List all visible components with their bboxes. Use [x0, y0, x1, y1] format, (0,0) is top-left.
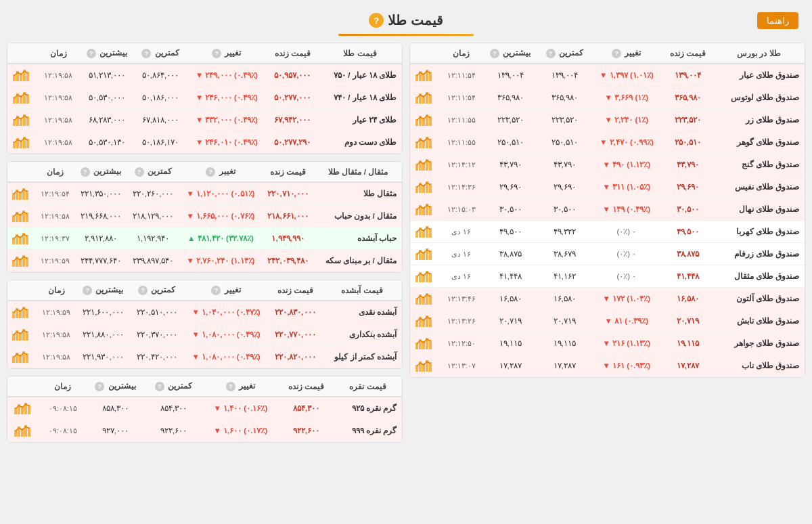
col-silver-change-qicon[interactable]: ? — [226, 382, 235, 391]
chart-icon[interactable] — [415, 179, 434, 193]
table-row: صندوق طلای تابش۲۰,۷۱۹▼ ۸۱ (۰.۳۹٪)۲۰,۷۱۹۲… — [410, 310, 805, 332]
row-chart-icon[interactable] — [410, 221, 441, 243]
svg-rect-134 — [28, 427, 30, 437]
row-chart-icon[interactable] — [410, 154, 441, 176]
question-icon[interactable]: ? — [369, 13, 384, 28]
chart-icon[interactable] — [12, 327, 31, 341]
row-time: ۱۲:۱۹:۵۸ — [38, 131, 79, 154]
row-chart-icon[interactable] — [7, 87, 38, 109]
row-chart-icon[interactable] — [7, 420, 40, 442]
chart-icon[interactable] — [415, 90, 434, 104]
row-max: ۳۶۵,۹۸۰ — [482, 87, 539, 109]
chart-icon[interactable] — [12, 209, 31, 222]
chart-icon[interactable] — [14, 401, 33, 414]
chart-icon[interactable] — [415, 358, 434, 372]
row-chart-icon[interactable] — [410, 176, 441, 198]
svg-rect-104 — [26, 235, 28, 244]
header: راهنما قیمت طلا ? — [7, 7, 805, 31]
row-chart-icon[interactable] — [7, 324, 37, 346]
col-gold-min-qicon[interactable]: ? — [141, 49, 151, 58]
row-chart-icon[interactable] — [7, 301, 37, 324]
svg-rect-79 — [26, 94, 29, 104]
row-chart-icon[interactable] — [410, 310, 441, 332]
row-chart-icon[interactable] — [7, 250, 36, 272]
chart-icon[interactable] — [415, 224, 434, 238]
row-chart-icon[interactable] — [7, 182, 36, 205]
row-min: ۹۲۲,۶۰۰ — [145, 420, 202, 442]
row-time: ۱۶ دی — [441, 221, 482, 243]
row-chart-icon[interactable] — [410, 64, 441, 87]
col-abshodeh-time: زمان — [37, 280, 76, 301]
col-borse-min-qicon[interactable]: ? — [546, 49, 556, 58]
col-abshodeh-min-qicon[interactable]: ? — [138, 286, 148, 295]
col-mithqal-change-qicon[interactable]: ? — [206, 167, 215, 177]
row-chart-icon[interactable] — [410, 87, 441, 109]
chart-icon[interactable] — [415, 246, 434, 260]
row-change: ▲ ۴۸۱,۴۲۰ (۳۲.۷۸٪) — [179, 227, 262, 250]
chart-icon[interactable] — [13, 135, 32, 148]
row-chart-icon[interactable] — [7, 131, 38, 154]
row-time: ۱۲:۱۹:۵۴ — [36, 182, 74, 205]
row-chart-icon[interactable] — [7, 227, 36, 250]
row-change: ▼ ۲۴۶,۰۰۰ (۰.۴۹٪) — [186, 87, 267, 109]
row-chart-icon[interactable] — [410, 332, 441, 355]
table-row: آبشده کمتر از کیلو۲۲۰,۸۲۰,۰۰۰▼ ۱,۰۸۰,۰۰۰… — [7, 346, 402, 368]
row-chart-icon[interactable] — [410, 288, 441, 310]
chart-icon[interactable] — [12, 305, 31, 318]
col-gold-change-qicon[interactable]: ? — [212, 49, 221, 58]
table-row: صندوق طلای گوهر۲۵۰,۵۱۰▼ ۲,۴۷۰ (۰.۹۹٪)۲۵۰… — [410, 131, 805, 154]
chart-icon[interactable] — [415, 112, 434, 126]
chart-icon[interactable] — [12, 186, 31, 200]
row-chart-icon[interactable] — [410, 265, 441, 288]
col-gold-max-qicon[interactable]: ? — [87, 49, 96, 58]
chart-icon[interactable] — [415, 157, 434, 171]
row-chart-icon[interactable] — [410, 243, 441, 265]
row-min: ۵۰,۱۸۶,۰۰۰ — [135, 87, 186, 109]
svg-rect-64 — [429, 340, 432, 349]
row-max: ۹۲۷,۰۰۰ — [85, 420, 145, 442]
row-chart-icon[interactable] — [7, 109, 38, 131]
chart-icon[interactable] — [14, 423, 33, 437]
col-silver-max-qicon[interactable]: ? — [95, 382, 104, 391]
col-abshodeh-max-qicon[interactable]: ? — [83, 286, 92, 295]
chart-icon[interactable] — [12, 253, 31, 267]
row-change: ▼ ۱,۶۶۵,۰۰۰ (۰.۷۶٪) — [179, 205, 262, 227]
chart-icon[interactable] — [12, 349, 31, 363]
svg-rect-109 — [26, 257, 28, 267]
col-gold-live: قیمت زنده — [267, 43, 317, 64]
row-min: ۸۵۴,۳۰۰ — [145, 397, 202, 420]
row-chart-icon[interactable] — [410, 131, 441, 154]
chart-icon[interactable] — [13, 68, 32, 81]
chart-icon[interactable] — [415, 269, 434, 282]
rahnama-button[interactable]: راهنما — [757, 12, 798, 29]
row-chart-icon[interactable] — [410, 355, 441, 377]
chart-icon[interactable] — [415, 336, 434, 349]
row-chart-icon[interactable] — [7, 346, 37, 368]
mithqal-table: مثقال / مثقال طلا قیمت زنده تغییر ? کمتر… — [7, 162, 402, 272]
row-chart-icon[interactable] — [7, 205, 36, 227]
chart-icon[interactable] — [12, 231, 31, 244]
col-mithqal-max-qicon[interactable]: ? — [81, 167, 90, 177]
row-name: صندوق طلای کهربا — [713, 221, 805, 243]
row-min: ۱۳۹,۰۰۴ — [539, 64, 591, 87]
svg-rect-114 — [26, 309, 28, 318]
row-chart-icon[interactable] — [7, 397, 40, 420]
col-borse-change-qicon[interactable]: ? — [612, 49, 621, 58]
chart-icon[interactable] — [415, 135, 434, 148]
chart-icon[interactable] — [415, 313, 434, 327]
row-name: حباب آبشده — [314, 227, 402, 250]
chart-icon[interactable] — [13, 112, 32, 126]
chart-icon[interactable] — [13, 90, 32, 104]
col-mithqal-chart — [7, 162, 36, 182]
chart-icon[interactable] — [415, 68, 434, 81]
row-chart-icon[interactable] — [410, 198, 441, 221]
table-row: آبشده نقدی۲۲۰,۸۳۰,۰۰۰▼ ۱,۰۴۰,۰۰۰ (۰.۴۷٪)… — [7, 301, 402, 324]
col-borse-max-qicon[interactable]: ? — [490, 49, 499, 58]
chart-icon[interactable] — [415, 202, 434, 215]
chart-icon[interactable] — [415, 291, 434, 305]
col-silver-min-qicon[interactable]: ? — [155, 382, 164, 391]
col-mithqal-min-qicon[interactable]: ? — [135, 167, 144, 177]
row-chart-icon[interactable] — [410, 109, 441, 131]
row-chart-icon[interactable] — [7, 64, 38, 87]
col-abshodeh-change-qicon[interactable]: ? — [211, 286, 221, 295]
